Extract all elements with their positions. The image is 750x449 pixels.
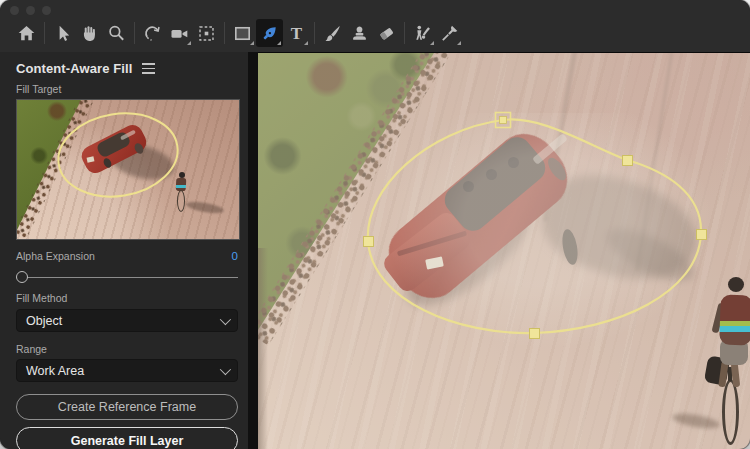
pen-tool-button[interactable] [256, 19, 283, 47]
slider-track[interactable] [16, 277, 238, 278]
pan-behind-icon [196, 23, 217, 44]
home-icon [16, 23, 37, 44]
alpha-expansion-value[interactable]: 0 [232, 250, 238, 262]
tool-strip: T [13, 17, 463, 49]
zoom-window-button[interactable] [42, 6, 51, 15]
toolbar: T [0, 0, 750, 53]
roto-brush-tool-button[interactable] [409, 19, 436, 47]
panel-divider [248, 52, 258, 449]
tool-flyout-indicator [277, 41, 281, 45]
mask-vertex-handle[interactable] [623, 156, 633, 166]
magnifier-icon [106, 23, 127, 44]
range-value: Work Area [26, 364, 84, 378]
clone-stamp-tool-button[interactable] [346, 19, 373, 47]
tool-flyout-indicator [457, 41, 461, 45]
puppet-pin-tool-button[interactable] [436, 19, 463, 47]
close-window-button[interactable] [10, 6, 19, 15]
create-reference-frame-button[interactable]: Create Reference Frame [16, 394, 238, 420]
toolbar-separator [314, 22, 315, 44]
panel-title: Content-Aware Fill [16, 61, 132, 76]
mask-vertex-handle[interactable] [364, 237, 374, 247]
type-tool-icon: T [291, 25, 302, 42]
camera-tool-button[interactable] [166, 19, 193, 47]
clone-stamp-icon [349, 23, 370, 44]
selection-arrow-icon [52, 23, 73, 44]
toolbar-separator [44, 22, 45, 44]
hand-tool-button[interactable] [76, 19, 103, 47]
zoom-tool-button[interactable] [103, 19, 130, 47]
fill-method-dropdown[interactable]: Object [16, 309, 238, 332]
fill-target-preview [16, 99, 240, 240]
range-label: Range [16, 343, 47, 355]
slider-knob[interactable] [16, 271, 28, 283]
eraser-icon [376, 23, 397, 44]
minimize-window-button[interactable] [26, 6, 35, 15]
chevron-down-icon [220, 363, 231, 374]
home-tool-button[interactable] [13, 19, 40, 47]
orbit-rotate-icon [142, 23, 163, 44]
chevron-down-icon [220, 313, 231, 324]
mask-path[interactable] [368, 119, 701, 333]
generate-fill-layer-button[interactable]: Generate Fill Layer [16, 427, 238, 449]
brush-tool-button[interactable] [319, 19, 346, 47]
pan-behind-tool-button[interactable] [193, 19, 220, 47]
alpha-expansion-slider[interactable] [16, 270, 238, 285]
brush-icon [322, 23, 343, 44]
tool-flyout-indicator [250, 41, 254, 45]
tool-flyout-indicator [187, 41, 191, 45]
range-dropdown[interactable]: Work Area [16, 359, 238, 382]
window-controls [10, 6, 51, 15]
toolbar-separator [134, 22, 135, 44]
rectangle-tool-button[interactable] [229, 19, 256, 47]
eraser-tool-button[interactable] [373, 19, 400, 47]
thumb-mask-outline [17, 100, 239, 239]
panel-menu-icon[interactable] [142, 68, 155, 70]
tool-flyout-indicator [304, 41, 308, 45]
fill-mask-overlay [258, 53, 750, 449]
orbit-tool-button[interactable] [139, 19, 166, 47]
fill-method-value: Object [26, 314, 62, 328]
mask-vertex-handle[interactable] [530, 329, 540, 339]
composition-viewer[interactable] [258, 53, 750, 449]
fill-method-label: Fill Method [16, 292, 67, 304]
content-aware-fill-panel: Content-Aware Fill Fill Target [0, 52, 248, 449]
tool-flyout-indicator [430, 41, 434, 45]
app-window: T [0, 0, 750, 449]
type-tool-button[interactable]: T [283, 19, 310, 47]
alpha-expansion-label: Alpha Expansion [16, 250, 95, 262]
selection-tool-button[interactable] [49, 19, 76, 47]
mask-vertex-handle[interactable] [697, 230, 707, 240]
toolbar-separator [224, 22, 225, 44]
hand-icon [79, 23, 100, 44]
fill-target-label: Fill Target [16, 83, 61, 95]
toolbar-separator [404, 22, 405, 44]
